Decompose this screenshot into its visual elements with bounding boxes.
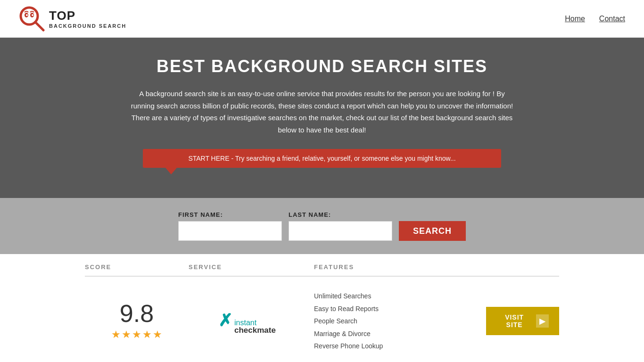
feature-item: People Search: [314, 315, 474, 328]
logo-sub-text: BACKGROUND SEARCH: [49, 23, 126, 29]
first-name-label: FIRST NAME:: [178, 211, 282, 218]
results-table-section: SCORE SERVICE FEATURES 9.8 ★ ★ ★ ★ ★: [0, 254, 644, 362]
feature-item: Easy to Read Reports: [314, 303, 474, 315]
logo-text: TOP BACKGROUND SEARCH: [49, 8, 126, 29]
hero-section: BEST BACKGROUND SEARCH SITES A backgroun…: [0, 38, 644, 198]
svg-point-4: [26, 14, 28, 16]
th-action: [474, 263, 559, 271]
hero-title: BEST BACKGROUND SEARCH SITES: [9, 57, 635, 76]
svg-point-5: [32, 14, 33, 16]
search-form: FIRST NAME: LAST NAME: SEARCH: [9, 211, 635, 241]
nav-contact[interactable]: Contact: [599, 15, 625, 23]
svg-text:✗: ✗: [218, 311, 232, 330]
visit-site-arrow-1: ▶: [536, 314, 549, 328]
table-row: 9.8 ★ ★ ★ ★ ★ ✗ instant checkmate Unlimi: [85, 277, 559, 362]
logo-top-text: TOP: [49, 8, 126, 23]
svg-line-1: [35, 22, 43, 30]
svg-text:checkmate: checkmate: [234, 326, 276, 333]
last-name-group: LAST NAME:: [289, 211, 392, 241]
logo-icon: [19, 6, 47, 32]
callout-bar: START HERE - Try searching a friend, rel…: [143, 149, 501, 168]
last-name-input[interactable]: [289, 221, 392, 241]
feature-item: Marriage & Divorce: [314, 328, 474, 340]
th-features: FEATURES: [314, 263, 474, 271]
stars-1: ★ ★ ★ ★ ★: [111, 329, 162, 341]
callout-arrow: [165, 168, 177, 174]
checkmate-logo-svg: ✗ instant checkmate: [218, 309, 284, 333]
features-area-1: Unlimited Searches Easy to Read Reports …: [314, 290, 474, 353]
checkmate-logo: ✗ instant checkmate: [218, 309, 284, 333]
logo-area: TOP BACKGROUND SEARCH: [19, 6, 126, 32]
visit-site-label-1: VISIT SITE: [496, 313, 532, 329]
star-1: ★: [111, 329, 121, 341]
last-name-label: LAST NAME:: [289, 211, 392, 218]
action-area-1: VISIT SITE ▶: [474, 307, 559, 335]
hero-description: A background search site is an easy-to-u…: [129, 88, 515, 136]
search-button[interactable]: SEARCH: [399, 221, 466, 241]
site-header: TOP BACKGROUND SEARCH Home Contact: [0, 0, 644, 38]
th-service: SERVICE: [189, 263, 314, 271]
service-area-1: ✗ instant checkmate: [189, 309, 314, 333]
callout-wrap: START HERE - Try searching a friend, rel…: [143, 149, 501, 174]
score-area-1: 9.8 ★ ★ ★ ★ ★: [85, 301, 189, 341]
star-5: ★: [153, 329, 162, 341]
star-2: ★: [122, 329, 131, 341]
search-form-section: FIRST NAME: LAST NAME: SEARCH: [0, 198, 644, 254]
first-name-input[interactable]: [178, 221, 282, 241]
main-nav: Home Contact: [565, 15, 625, 23]
th-score: SCORE: [85, 263, 189, 271]
star-4: ★: [142, 329, 152, 341]
table-header: SCORE SERVICE FEATURES: [85, 254, 559, 277]
visit-site-button-1[interactable]: VISIT SITE ▶: [486, 307, 559, 335]
first-name-group: FIRST NAME:: [178, 211, 282, 241]
score-num-1: 9.8: [120, 301, 154, 326]
feature-item: Unlimited Searches: [314, 290, 474, 303]
feature-item: Reverse Phone Lookup: [314, 340, 474, 353]
star-3: ★: [132, 329, 141, 341]
nav-home[interactable]: Home: [565, 15, 585, 23]
